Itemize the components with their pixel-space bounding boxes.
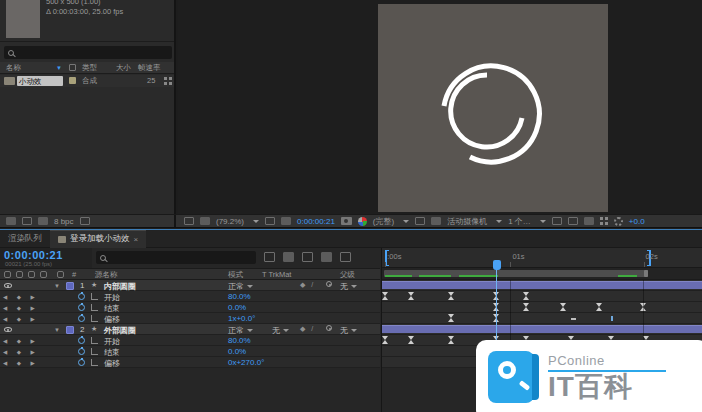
timeline-search-input[interactable] bbox=[96, 251, 256, 264]
view-layout-value[interactable]: 1 个… bbox=[508, 216, 531, 227]
column-type[interactable]: 类型 bbox=[82, 63, 97, 73]
camera-view-value[interactable]: 活动摄像机 bbox=[447, 216, 487, 227]
tab-render-queue[interactable]: 渲染队列 bbox=[0, 230, 50, 248]
project-item-row[interactable]: 小动效 合成 25 bbox=[0, 75, 176, 87]
comp-flowchart-icon[interactable] bbox=[600, 217, 608, 225]
keyframe-navigator[interactable]: ◀ ◆ ▶ bbox=[3, 360, 39, 366]
work-area-bar[interactable] bbox=[382, 268, 702, 280]
layer-switches[interactable]: ◆ / bbox=[300, 281, 315, 289]
close-icon[interactable]: × bbox=[134, 235, 139, 244]
composition-canvas[interactable] bbox=[378, 4, 608, 212]
property-value[interactable]: 0.0% bbox=[228, 347, 246, 356]
layer-duration-bar[interactable] bbox=[382, 281, 702, 289]
property-value[interactable]: 1x+0.0° bbox=[228, 314, 255, 323]
channels-icon[interactable] bbox=[358, 217, 367, 226]
interpret-footage-icon[interactable] bbox=[6, 217, 16, 225]
playhead-handle[interactable] bbox=[493, 260, 501, 270]
keyframe-navigator[interactable]: ◀ ◆ ▶ bbox=[3, 305, 39, 311]
item-label-color[interactable] bbox=[69, 77, 76, 84]
mask-visibility-icon[interactable] bbox=[281, 217, 291, 225]
resolution-value[interactable]: (完整) bbox=[373, 216, 394, 227]
project-column-headers[interactable]: 名称 ▼ 类型 大小 帧速率 bbox=[0, 62, 176, 74]
graph-editor-icon[interactable] bbox=[340, 252, 351, 262]
new-folder-icon[interactable] bbox=[22, 217, 32, 225]
work-area-end-handle[interactable] bbox=[644, 270, 648, 277]
work-area-range[interactable] bbox=[384, 270, 649, 277]
expander-icon[interactable]: ▼ bbox=[54, 283, 60, 289]
mode-column[interactable]: 模式 bbox=[228, 270, 243, 280]
property-name[interactable]: 偏移 bbox=[104, 358, 120, 369]
eye-icon[interactable] bbox=[4, 283, 12, 288]
property-row[interactable]: ◀ ◆ ▶偏移1x+0.0° bbox=[0, 313, 380, 324]
graph-toggle-icon[interactable] bbox=[91, 359, 98, 366]
shy-icon[interactable] bbox=[283, 252, 294, 262]
mini-flowchart-icon[interactable] bbox=[264, 252, 275, 262]
tab-composition[interactable]: 登录加载小动效 × bbox=[50, 230, 146, 248]
layer-row[interactable]: ▼2★外部圆圈正常无◆ /无 bbox=[0, 324, 380, 335]
property-value[interactable]: 0.0% bbox=[228, 303, 246, 312]
project-bpc[interactable]: 8 bpc bbox=[54, 217, 74, 226]
time-ruler[interactable]: :00s01s02s bbox=[382, 248, 702, 268]
property-row[interactable]: ◀ ◆ ▶结束0.0% bbox=[0, 346, 380, 357]
stopwatch-icon[interactable] bbox=[78, 348, 85, 355]
stopwatch-icon[interactable] bbox=[78, 337, 85, 344]
audio-column-icon[interactable] bbox=[16, 271, 23, 278]
keyframe-track[interactable] bbox=[382, 302, 702, 313]
column-framerate[interactable]: 帧速率 bbox=[138, 63, 161, 73]
property-value[interactable]: 80.0% bbox=[228, 336, 251, 345]
keyframe-navigator[interactable]: ◀ ◆ ▶ bbox=[3, 338, 39, 344]
current-time-block[interactable]: 0:00:00:21 00021 (25.00 fps) bbox=[0, 248, 92, 268]
stopwatch-icon[interactable] bbox=[78, 293, 85, 300]
solo-column-icon[interactable] bbox=[28, 271, 35, 278]
gear-icon[interactable] bbox=[614, 217, 623, 226]
new-composition-icon[interactable] bbox=[38, 217, 48, 225]
keyframe-track[interactable] bbox=[382, 291, 702, 302]
stopwatch-icon[interactable] bbox=[78, 359, 85, 366]
layer-row[interactable]: ▼1★内部圆圈正常◆ /无 bbox=[0, 280, 380, 291]
property-row[interactable]: ◀ ◆ ▶偏移0x+270.0° bbox=[0, 357, 380, 368]
column-name[interactable]: 名称 bbox=[6, 63, 21, 73]
graph-toggle-icon[interactable] bbox=[91, 315, 98, 322]
eye-icon[interactable] bbox=[4, 327, 12, 332]
layer-duration-bar[interactable] bbox=[382, 325, 702, 333]
trash-icon[interactable] bbox=[80, 217, 90, 225]
viewer-timecode[interactable]: 0:00:00:21 bbox=[297, 217, 335, 226]
parent-column[interactable]: 父级 bbox=[340, 270, 355, 280]
timeline-timecode[interactable]: 0:00:00:21 bbox=[4, 249, 63, 261]
selected-keyframe-icon[interactable] bbox=[611, 316, 613, 321]
hold-keyframe-icon[interactable] bbox=[571, 318, 576, 320]
timeline-button-icon[interactable] bbox=[584, 217, 594, 225]
item-name-field[interactable]: 小动效 bbox=[17, 76, 63, 86]
stopwatch-icon[interactable] bbox=[78, 315, 85, 322]
layer-label-color[interactable] bbox=[66, 326, 74, 334]
property-row[interactable]: ◀ ◆ ▶开始80.0% bbox=[0, 291, 380, 302]
exposure-value[interactable]: +0.0 bbox=[629, 217, 645, 226]
graph-toggle-icon[interactable] bbox=[91, 348, 98, 355]
zoom-level[interactable]: (79.2%) bbox=[216, 217, 244, 226]
label-column-icon[interactable] bbox=[57, 271, 64, 278]
layer-duration-track[interactable] bbox=[382, 280, 702, 291]
grid-guides-icon[interactable] bbox=[265, 217, 275, 225]
trkmat-column[interactable]: T TrkMat bbox=[262, 270, 291, 279]
layer-duration-track[interactable] bbox=[382, 324, 702, 335]
magnification-icon[interactable] bbox=[200, 217, 210, 225]
layer-label-color[interactable] bbox=[66, 282, 74, 290]
source-name-column[interactable]: 源名称 bbox=[95, 270, 118, 280]
pickwhip-icon[interactable] bbox=[326, 281, 332, 287]
fast-preview-icon[interactable] bbox=[568, 217, 578, 225]
column-size[interactable]: 大小 bbox=[116, 63, 131, 73]
layer-switches[interactable]: ◆ / bbox=[300, 325, 315, 333]
keyframe-navigator[interactable]: ◀ ◆ ▶ bbox=[3, 349, 39, 355]
lock-column-icon[interactable] bbox=[40, 271, 47, 278]
region-of-interest-icon[interactable] bbox=[415, 217, 425, 225]
keyframe-track[interactable] bbox=[382, 313, 702, 324]
transparency-grid-icon[interactable] bbox=[431, 217, 441, 225]
pixel-aspect-icon[interactable] bbox=[552, 217, 562, 225]
stopwatch-icon[interactable] bbox=[78, 304, 85, 311]
property-value[interactable]: 80.0% bbox=[228, 292, 251, 301]
keyframe-navigator[interactable]: ◀ ◆ ▶ bbox=[3, 316, 39, 322]
frame-blend-icon[interactable] bbox=[302, 252, 313, 262]
graph-toggle-icon[interactable] bbox=[91, 304, 98, 311]
video-column-icon[interactable] bbox=[4, 271, 11, 278]
keyframe-navigator[interactable]: ◀ ◆ ▶ bbox=[3, 294, 39, 300]
